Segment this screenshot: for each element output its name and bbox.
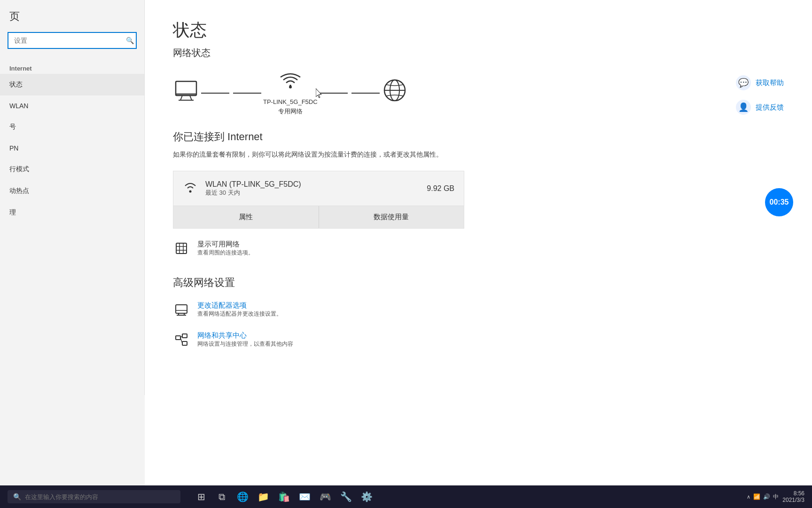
app1-icon[interactable]: 🎮: [316, 487, 335, 506]
feedback-item[interactable]: 👤 提供反馈: [736, 100, 784, 115]
svg-rect-16: [176, 305, 187, 313]
sidebar-search-container: 🔍: [8, 32, 137, 49]
network-usage: 9.92 GB: [427, 184, 454, 193]
clock-date: 2021/3/3: [782, 497, 804, 503]
sidebar-item-mode[interactable]: 行模式: [0, 159, 144, 180]
adapter-options-item[interactable]: 更改适配器选项 查看网络适配器并更改连接设置。: [173, 301, 586, 318]
start-button[interactable]: ⊞: [192, 487, 211, 506]
svg-rect-0: [176, 81, 196, 95]
sidebar: 页 🔍 Internet 状态 WLAN 号 PN 行模式 动热点 理: [0, 0, 145, 395]
app2-icon[interactable]: 🔧: [336, 487, 355, 506]
sharing-label[interactable]: 网络和共享中心: [197, 331, 293, 340]
get-help-icon: 💬: [736, 75, 751, 90]
network-days: 最近 30 天内: [205, 189, 427, 197]
sidebar-item-status[interactable]: 状态: [0, 74, 144, 95]
sidebar-item-number[interactable]: 号: [0, 116, 144, 138]
wifi-icon: [278, 71, 303, 96]
task-view-button[interactable]: ⧉: [212, 487, 231, 506]
svg-line-4: [190, 95, 192, 100]
show-networks-label: 显示可用网络: [197, 240, 254, 249]
wifi-name-label: TP-LINK_5G_F5DC: [263, 98, 318, 105]
sidebar-nav: Internet 状态 WLAN 号 PN 行模式 动热点 理: [0, 60, 144, 223]
sidebar-item-wlan[interactable]: WLAN: [0, 95, 144, 116]
svg-rect-23: [182, 341, 187, 345]
connector-line-4: [351, 93, 380, 94]
sharing-sub: 网络设置与连接管理，以查看其他内容: [197, 340, 293, 348]
sidebar-header: 页: [0, 0, 144, 28]
settings-icon[interactable]: ⚙️: [357, 487, 376, 506]
network-name: WLAN (TP-LINK_5G_F5DC): [205, 180, 427, 189]
taskbar: 🔍 ⊞ ⧉ 🌐 📁 🛍️ ✉️ 🎮 🔧 ⚙️ ∧ 📶 🔊 中 8:56 2021…: [0, 485, 812, 508]
globe-icon: [382, 77, 408, 109]
sidebar-item-vpn[interactable]: PN: [0, 138, 144, 159]
show-networks[interactable]: 显示可用网络 查看周围的连接选项。: [173, 240, 586, 257]
show-networks-icon: [173, 240, 190, 257]
connector-line-1: [201, 93, 229, 94]
lang-indicator[interactable]: 中: [773, 493, 779, 501]
feedback-label[interactable]: 提供反馈: [756, 103, 784, 112]
search-input[interactable]: [8, 32, 137, 49]
adapter-info: 更改适配器选项 查看网络适配器并更改连接设置。: [197, 301, 282, 318]
right-helpers: 💬 获取帮助 👤 提供反馈: [736, 75, 784, 115]
svg-point-6: [289, 86, 292, 88]
file-explorer-icon[interactable]: 📁: [254, 487, 273, 506]
adapter-sub: 查看网络适配器并更改连接设置。: [197, 310, 282, 318]
connection-title: 你已连接到 Internet: [173, 130, 586, 144]
show-networks-sub: 查看周围的连接选项。: [197, 249, 254, 257]
properties-button[interactable]: 属性: [173, 206, 319, 228]
taskbar-clock[interactable]: 8:56 2021/3/3: [782, 490, 804, 503]
taskbar-right: ∧ 📶 🔊 中 8:56 2021/3/3: [747, 490, 812, 503]
svg-line-3: [180, 95, 182, 100]
sidebar-item-manage[interactable]: 理: [0, 202, 144, 223]
taskbar-search-icon: 🔍: [13, 493, 21, 500]
network-info: WLAN (TP-LINK_5G_F5DC) 最近 30 天内: [205, 180, 427, 197]
svg-line-25: [180, 338, 182, 343]
connector-line-3: [320, 93, 348, 94]
svg-point-10: [189, 190, 192, 193]
network-diagram: TP-LINK_5G_F5DC 专用网络: [173, 71, 586, 116]
svg-rect-11: [176, 243, 187, 254]
connection-desc: 如果你的流量套餐有限制，则你可以将此网络设置为按流量计费的连接，或者更改其他属性…: [173, 150, 455, 159]
clock-time: 8:56: [782, 490, 804, 497]
adapter-label[interactable]: 更改适配器选项: [197, 301, 282, 310]
get-help-label[interactable]: 获取帮助: [756, 79, 784, 87]
volume-icon[interactable]: 🔊: [763, 493, 770, 500]
wifi-type-label: 专用网络: [278, 107, 303, 116]
search-button[interactable]: 🔍: [126, 37, 134, 44]
chevron-icon[interactable]: ∧: [747, 494, 750, 500]
feedback-icon: 👤: [736, 100, 751, 115]
network-card: WLAN (TP-LINK_5G_F5DC) 最近 30 天内 9.92 GB: [173, 171, 464, 206]
sharing-center-item[interactable]: 网络和共享中心 网络设置与连接管理，以查看其他内容: [173, 331, 586, 348]
edge-browser-icon[interactable]: 🌐: [233, 487, 252, 506]
svg-rect-22: [182, 334, 187, 338]
sharing-icon: [173, 331, 190, 348]
action-buttons: 属性 数据使用量: [173, 206, 464, 229]
svg-rect-21: [176, 336, 180, 340]
taskbar-system-icons: ∧ 📶 🔊 中: [747, 493, 779, 501]
main-content: 状态 网络状态: [145, 0, 812, 489]
taskbar-search-box: 🔍: [8, 490, 180, 503]
network-status-icon[interactable]: 📶: [753, 493, 760, 500]
show-networks-info: 显示可用网络 查看周围的连接选项。: [197, 240, 254, 257]
adapter-icon: [173, 301, 190, 318]
data-usage-button[interactable]: 数据使用量: [319, 206, 464, 228]
taskbar-icons: ⊞ ⧉ 🌐 📁 🛍️ ✉️ 🎮 🔧 ⚙️: [188, 487, 380, 506]
advanced-title: 高级网络设置: [173, 276, 586, 290]
timer-badge: 00:35: [765, 188, 793, 216]
mail-icon[interactable]: ✉️: [295, 487, 314, 506]
page-title: 状态: [173, 19, 586, 42]
wifi-section: TP-LINK_5G_F5DC 专用网络: [263, 71, 318, 116]
network-wifi-icon: [183, 180, 198, 197]
computer-icon: [173, 79, 199, 107]
get-help-item[interactable]: 💬 获取帮助: [736, 75, 784, 90]
sharing-info: 网络和共享中心 网络设置与连接管理，以查看其他内容: [197, 331, 293, 348]
sidebar-category-internet: Internet: [0, 60, 144, 74]
taskbar-search-area: 🔍: [0, 490, 188, 503]
sidebar-item-hotspot[interactable]: 动热点: [0, 180, 144, 202]
section-title: 网络状态: [173, 47, 586, 59]
connector-line-2: [233, 93, 261, 94]
taskbar-search-input[interactable]: [25, 493, 175, 500]
store-icon[interactable]: 🛍️: [274, 487, 293, 506]
